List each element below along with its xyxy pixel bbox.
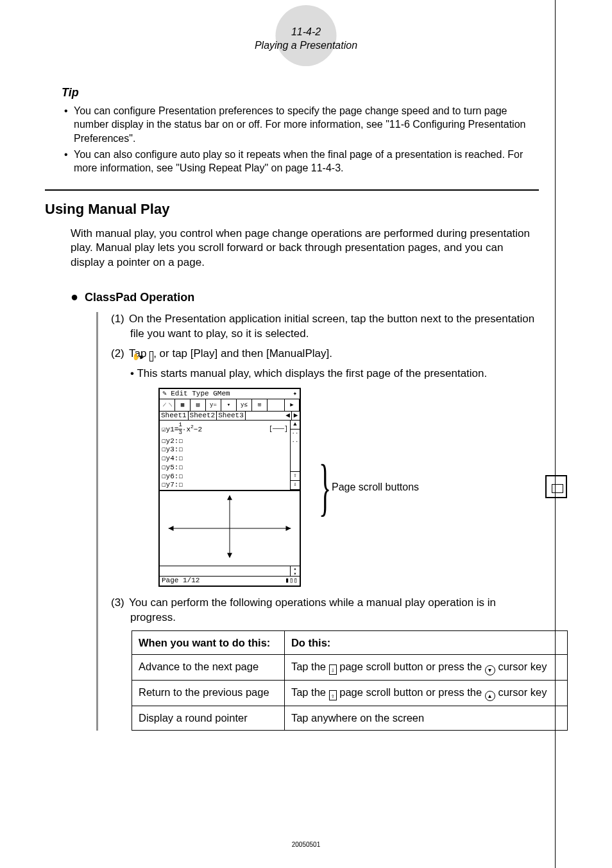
scroll-down-icon: ⇩ <box>329 664 337 675</box>
step-sub-bullet: • This starts manual play, which display… <box>130 367 539 381</box>
step-number: (1) <box>111 312 129 327</box>
tip-block: Tip You can configure Presentation prefe… <box>64 85 539 175</box>
calculator-sidebar-icon: :::: <box>545 475 567 498</box>
operation-heading: ● ClassPad Operation <box>71 288 539 306</box>
step-number: (2) <box>111 347 129 361</box>
cursor-up-icon: ▴ <box>485 691 495 701</box>
screenshot-function-list: ☑y1=13·x2−2 [───] ☐y2:☐ ☐y3:☐ ☐y4:☐ ☐y5:… <box>160 421 291 490</box>
cursor-down-icon: ▾ <box>485 665 495 675</box>
section-divider <box>45 189 539 191</box>
page-ref: 11-4-2 <box>291 26 321 37</box>
operations-table: When you want to do this: Do this: Advan… <box>132 630 568 731</box>
step-number: (3) <box>111 596 129 611</box>
screenshot-scroll-buttons: ▲ ···· ⇧ ⇩ <box>291 421 300 490</box>
screenshot-menubar-right: ✦ <box>293 390 297 397</box>
tip-item: You can also configure auto play so it r… <box>64 148 539 175</box>
table-row: Return to the previous page Tap the ⇧ pa… <box>132 681 568 706</box>
step-text: On the Presentation application initial … <box>129 313 534 340</box>
table-row: Display a round pointer Tap anywhere on … <box>132 706 568 730</box>
svg-marker-4 <box>227 495 232 500</box>
scroll-up-icon: ⇧ <box>329 690 337 700</box>
section-heading: Using Manual Play <box>45 200 539 219</box>
screenshot-footer-input: ▴▾ <box>160 566 300 576</box>
screenshot-toolbar: ⟋⟍▦▤y=▾y≤⊞▶ <box>160 399 300 412</box>
screenshot-graph-pane <box>160 490 300 566</box>
svg-marker-5 <box>227 553 232 559</box>
table-header: Do this: <box>284 631 567 655</box>
page-scroll-down-icon: ⇩ <box>291 481 300 490</box>
svg-marker-1 <box>285 526 291 531</box>
step-text: You can perform the following operations… <box>129 596 496 623</box>
section-intro: With manual play, you control when page … <box>71 227 539 271</box>
tip-label: Tip <box>62 85 539 100</box>
tip-item: You can configure Presentation preferenc… <box>64 104 539 146</box>
svg-marker-2 <box>169 526 174 531</box>
page-header-badge: 11-4-2 Playing a Presentation <box>45 19 567 53</box>
screenshot-menubar: ✎ Edit Type GMem <box>162 390 230 397</box>
battery-icon: ▮▯▯ <box>285 577 298 584</box>
page-header-title: Playing a Presentation <box>255 40 357 51</box>
footer-code: 20050501 <box>0 840 612 849</box>
screenshot-status-bar: Page 1/12 ▮▯▯ <box>160 576 300 586</box>
page-scroll-up-icon: ⇧ <box>291 472 300 481</box>
screenshot-tabs: Sheet1 Sheet2 Sheet3 ◀▶ <box>160 412 300 421</box>
calculator-screenshot: ✎ Edit Type GMem ✦ ⟋⟍▦▤y=▾y≤⊞▶ Sheet1 Sh… <box>158 388 301 587</box>
page-right-rule <box>555 0 556 868</box>
page-scroll-callout: } Page scroll buttons <box>319 473 419 502</box>
table-header: When you want to do this: <box>132 631 285 655</box>
table-row: Advance to the next page Tap the ⇩ page … <box>132 655 568 681</box>
step-text-part: , or tap [Play] and then [ManualPlay]. <box>153 347 332 360</box>
operation-steps: (1)On the Presentation application initi… <box>96 312 539 730</box>
